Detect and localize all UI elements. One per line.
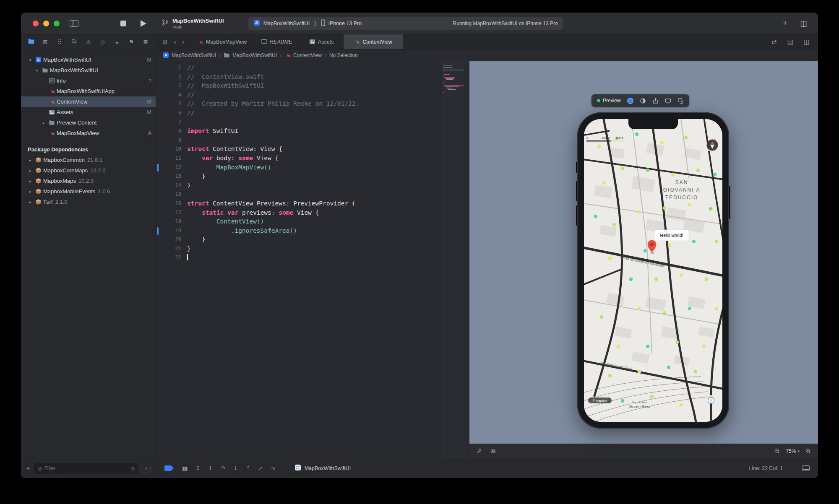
- preview-share-button[interactable]: [652, 98, 659, 104]
- add-editor-icon[interactable]: ◫: [804, 38, 810, 46]
- editor-options: ⇄▤◫: [763, 34, 818, 49]
- breadcrumb-mapboxwithswiftui[interactable]: MapBoxWithSwiftUI: [224, 52, 277, 58]
- source-control-navigator-icon[interactable]: ⊠: [42, 39, 49, 45]
- disclosure-triangle[interactable]: ▸: [29, 200, 35, 204]
- editor-layout-button[interactable]: ◫: [800, 19, 807, 28]
- breakpoints-toggle-button[interactable]: [164, 465, 174, 471]
- continue-to-line-button[interactable]: ↧: [195, 465, 200, 471]
- package-version: 1.0.6: [98, 188, 110, 195]
- filter-scope-button[interactable]: ±: [142, 464, 151, 473]
- tab-assets[interactable]: Assets: [300, 34, 344, 49]
- disclosure-triangle[interactable]: ▸: [29, 190, 35, 194]
- map-info-icon[interactable]: i: [708, 397, 714, 404]
- tests-navigator-icon[interactable]: ◇: [99, 39, 107, 45]
- minimize-window-button[interactable]: [43, 21, 49, 26]
- zoom-window-button[interactable]: [54, 21, 60, 26]
- step-over-button[interactable]: ↷: [221, 465, 225, 471]
- sidebar-item-mapboxmapview[interactable]: MapBoxMapViewA: [21, 128, 156, 138]
- preview-duplicate-button[interactable]: [677, 98, 684, 104]
- package-item-mapboxcoremaps[interactable]: ▸MapboxCoreMaps10.2.0: [21, 165, 156, 176]
- zoom-out-button[interactable]: [774, 448, 780, 454]
- library-add-button[interactable]: +: [783, 19, 787, 28]
- sidebar-item-assets[interactable]: AssetsM: [21, 107, 156, 117]
- code-review-icon[interactable]: ⇄: [771, 38, 777, 46]
- disclosure-triangle[interactable]: ▸: [29, 158, 35, 162]
- sidebar-item-info[interactable]: Info?: [21, 75, 156, 86]
- project-navigator-icon[interactable]: [27, 38, 35, 46]
- preview-screen[interactable]: SAN GIOVANNI A TEDUCCIO Corso Nicolangel…: [584, 119, 722, 422]
- disclosure-triangle[interactable]: ▸: [43, 121, 49, 125]
- deactivate-button[interactable]: ↥: [208, 465, 212, 471]
- debug-navigator-icon[interactable]: ◒: [113, 39, 121, 45]
- reports-navigator-icon[interactable]: ≣: [142, 39, 149, 45]
- find-navigator-icon[interactable]: [70, 38, 78, 46]
- symbols-navigator-icon[interactable]: ⠿: [56, 39, 63, 45]
- package-version: 10.2.0: [90, 167, 105, 174]
- zoom-level-dropdown[interactable]: 75%▾: [786, 448, 800, 454]
- navigator-filter-field[interactable]: ◎ ◷: [34, 463, 138, 474]
- tab-readme[interactable]: README: [254, 34, 300, 49]
- code-area[interactable]: 1//2// ContentView.swift3// MapBoxWithSw…: [156, 61, 469, 458]
- package-item-turf[interactable]: ▸Turf2.1.0: [21, 197, 156, 207]
- filter-input[interactable]: [44, 465, 128, 471]
- tab-mapboxmapview[interactable]: MapBoxMapView: [191, 34, 254, 49]
- preview-device-button[interactable]: [665, 98, 671, 104]
- toggle-debug-area-icon[interactable]: [802, 465, 810, 471]
- step-into-button[interactable]: ⇣: [233, 465, 237, 471]
- scheme-name[interactable]: MapBoxWithSwiftUI: [263, 21, 310, 26]
- minimap[interactable]: [440, 61, 469, 458]
- zoom-in-button[interactable]: [805, 448, 811, 454]
- disclosure-triangle[interactable]: ▾: [29, 58, 35, 62]
- issues-navigator-icon[interactable]: ⚠: [85, 39, 92, 45]
- canvas-settings-icon[interactable]: [490, 448, 496, 454]
- line-number: 14: [156, 181, 181, 190]
- adjust-editor-icon[interactable]: ▤: [787, 38, 793, 46]
- file-name: MapBoxWithSwiftUI: [50, 67, 98, 73]
- file-name: MapBoxMapView: [57, 130, 99, 136]
- memory-graph-button[interactable]: ∿: [271, 465, 275, 471]
- live-preview-button[interactable]: [627, 98, 633, 104]
- package-item-mapboxmobileevents[interactable]: ▸MapboxMobileEvents1.0.6: [21, 186, 156, 197]
- stop-button[interactable]: [120, 21, 126, 26]
- book-icon: [261, 39, 267, 45]
- line-number: 9: [156, 136, 181, 145]
- toggle-navigator-icon[interactable]: [70, 20, 78, 27]
- map-view[interactable]: SAN GIOVANNI A TEDUCCIO Corso Nicolangel…: [584, 119, 722, 422]
- disclosure-triangle[interactable]: ▸: [29, 179, 35, 183]
- pause-button[interactable]: ▮▮: [182, 465, 187, 471]
- related-items-icon[interactable]: ⊞: [162, 38, 168, 46]
- running-app-chip[interactable]: MapBoxWithSwiftUI: [294, 464, 351, 472]
- breakpoints-navigator-icon[interactable]: ⚑: [128, 39, 135, 45]
- line-number: 17: [156, 208, 181, 218]
- package-icon: [35, 178, 43, 184]
- tab-contentview[interactable]: ContentView: [344, 34, 403, 49]
- add-file-button[interactable]: +: [26, 464, 30, 473]
- breadcrumb-mapboxwithswiftui[interactable]: MapBoxWithSwiftUI: [163, 52, 216, 58]
- breadcrumb-contentview[interactable]: ContentView: [284, 52, 322, 58]
- disclosure-triangle[interactable]: ▸: [29, 169, 35, 173]
- package-item-mapboxmaps[interactable]: ▸MapboxMaps10.2.0: [21, 176, 156, 186]
- preview-variants-button[interactable]: [640, 98, 646, 104]
- pin-preview-icon[interactable]: [476, 448, 482, 454]
- run-button[interactable]: [141, 20, 146, 27]
- sidebar-item-mapboxwithswiftuiapp[interactable]: MapBoxWithSwiftUIApp: [21, 86, 156, 96]
- close-window-button[interactable]: [33, 21, 39, 26]
- sidebar-item-preview-content[interactable]: ▸Preview Content: [21, 117, 156, 128]
- sidebar-item-mapboxwithswiftui[interactable]: ▾MapBoxWithSwiftUI: [21, 65, 156, 75]
- breadcrumb-label: MapBoxWithSwiftUI: [232, 52, 277, 58]
- run-destination[interactable]: iPhone 13 Pro: [328, 21, 362, 26]
- forward-button[interactable]: ›: [182, 38, 185, 45]
- sidebar-item-mapboxwithswiftui[interactable]: ▾MapBoxWithSwiftUIM: [21, 55, 156, 65]
- step-out-button[interactable]: ⇡: [246, 465, 250, 471]
- activity-view[interactable]: MapBoxWithSwiftUI ❭ iPhone 13 Pro Runnin…: [248, 17, 563, 30]
- disclosure-triangle[interactable]: ▾: [36, 68, 42, 73]
- simulate-location-button[interactable]: ↗: [258, 465, 263, 471]
- package-item-mapboxcommon[interactable]: ▸MapboxCommon21.0.1: [21, 155, 156, 165]
- source-editor[interactable]: 1//2// ContentView.swift3// MapBoxWithSw…: [156, 61, 469, 458]
- breadcrumb-no-selection[interactable]: No Selection: [329, 52, 358, 58]
- mapbox-attribution[interactable]: © mapbox: [588, 397, 612, 403]
- back-button[interactable]: ‹: [174, 38, 176, 45]
- sidebar-item-contentview[interactable]: ContentViewM: [21, 96, 156, 107]
- package-dependencies-header: Package Dependencies: [21, 144, 156, 155]
- recent-files-icon[interactable]: ◷: [130, 465, 135, 471]
